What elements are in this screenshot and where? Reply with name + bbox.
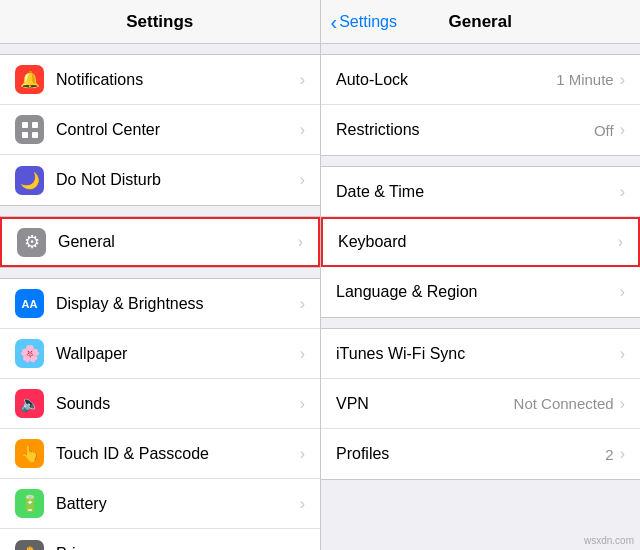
right-item-profiles[interactable]: Profiles 2 › [321,429,640,479]
right-item-keyboard[interactable]: Keyboard › [321,217,640,267]
spacer-right-3 [321,318,640,328]
touch-id-label: Touch ID & Passcode [56,445,300,463]
general-chevron-icon: › [298,233,303,251]
auto-lock-label: Auto-Lock [336,71,556,89]
spacer-right-2 [321,156,640,166]
watermark: wsxdn.com [584,535,634,546]
right-item-date-time[interactable]: Date & Time › [321,167,640,217]
profiles-label: Profiles [336,445,605,463]
sidebar-item-notifications[interactable]: 🔔 Notifications › [0,55,320,105]
vpn-chevron-icon: › [620,395,625,413]
keyboard-chevron-icon: › [618,233,623,251]
notifications-icon: 🔔 [15,65,44,94]
spacer-left-2 [0,206,320,216]
sidebar-item-wallpaper[interactable]: 🌸 Wallpaper › [0,329,320,379]
do-not-disturb-chevron-icon: › [300,171,305,189]
control-center-label: Control Center [56,121,300,139]
right-item-restrictions[interactable]: Restrictions Off › [321,105,640,155]
right-item-vpn[interactable]: VPN Not Connected › [321,379,640,429]
svg-rect-0 [22,122,28,128]
svg-rect-2 [22,132,28,138]
profiles-value: 2 [605,446,613,463]
touch-id-chevron-icon: › [300,445,305,463]
back-button[interactable]: ‹ Settings [331,12,397,32]
spacer-top-right [321,44,640,54]
svg-rect-3 [32,132,38,138]
sounds-icon: 🔈 [15,389,44,418]
right-group-1: Auto-Lock 1 Minute › Restrictions Off › [321,54,640,156]
keyboard-label: Keyboard [338,233,618,251]
right-item-auto-lock[interactable]: Auto-Lock 1 Minute › [321,55,640,105]
right-panel: Auto-Lock 1 Minute › Restrictions Off › … [321,44,640,550]
spacer-top-left [0,44,320,54]
sidebar-item-privacy[interactable]: 🤚 Privacy › [0,529,320,550]
nav-bar: Settings ‹ Settings General [0,0,640,44]
do-not-disturb-icon: 🌙 [15,166,44,195]
left-group-2: ⚙ General › [0,216,320,268]
auto-lock-value: 1 Minute [556,71,614,88]
wallpaper-label: Wallpaper [56,345,300,363]
svg-rect-1 [32,122,38,128]
privacy-icon: 🤚 [15,540,44,551]
right-nav-pane: ‹ Settings General [320,0,641,43]
left-group-1: 🔔 Notifications › Control Center › [0,54,320,206]
notifications-chevron-icon: › [300,71,305,89]
restrictions-label: Restrictions [336,121,594,139]
touch-id-icon: 👆 [15,439,44,468]
control-center-chevron-icon: › [300,121,305,139]
left-group-3: AA Display & Brightness › 🌸 Wallpaper › … [0,278,320,550]
right-item-language-region[interactable]: Language & Region › [321,267,640,317]
right-item-itunes-wifi-sync[interactable]: iTunes Wi-Fi Sync › [321,329,640,379]
auto-lock-chevron-icon: › [620,71,625,89]
privacy-label: Privacy [56,545,300,550]
control-center-icon [15,115,44,144]
back-chevron-icon: ‹ [331,12,338,32]
profiles-chevron-icon: › [620,445,625,463]
sidebar-item-sounds[interactable]: 🔈 Sounds › [0,379,320,429]
vpn-label: VPN [336,395,514,413]
language-region-chevron-icon: › [620,283,625,301]
sounds-chevron-icon: › [300,395,305,413]
sidebar-item-battery[interactable]: 🔋 Battery › [0,479,320,529]
privacy-chevron-icon: › [300,545,305,550]
display-brightness-chevron-icon: › [300,295,305,313]
left-nav-title: Settings [126,12,193,32]
right-group-2: Date & Time › Keyboard › Language & Regi… [321,166,640,318]
restrictions-value: Off [594,122,614,139]
language-region-label: Language & Region [336,283,620,301]
left-nav-pane: Settings [0,0,320,43]
do-not-disturb-label: Do Not Disturb [56,171,300,189]
general-label: General [58,233,298,251]
itunes-wifi-sync-chevron-icon: › [620,345,625,363]
general-icon: ⚙ [17,228,46,257]
battery-chevron-icon: › [300,495,305,513]
vpn-value: Not Connected [514,395,614,412]
wallpaper-chevron-icon: › [300,345,305,363]
display-brightness-label: Display & Brightness [56,295,300,313]
wallpaper-icon: 🌸 [15,339,44,368]
date-time-label: Date & Time [336,183,620,201]
left-panel: 🔔 Notifications › Control Center › [0,44,321,550]
battery-label: Battery [56,495,300,513]
itunes-wifi-sync-label: iTunes Wi-Fi Sync [336,345,620,363]
sounds-label: Sounds [56,395,300,413]
main-content: 🔔 Notifications › Control Center › [0,44,640,550]
restrictions-chevron-icon: › [620,121,625,139]
sidebar-item-control-center[interactable]: Control Center › [0,105,320,155]
sidebar-item-do-not-disturb[interactable]: 🌙 Do Not Disturb › [0,155,320,205]
date-time-chevron-icon: › [620,183,625,201]
sidebar-item-display-brightness[interactable]: AA Display & Brightness › [0,279,320,329]
sidebar-item-general[interactable]: ⚙ General › [0,217,320,267]
display-brightness-icon: AA [15,289,44,318]
battery-icon: 🔋 [15,489,44,518]
back-label: Settings [339,13,397,31]
right-group-3: iTunes Wi-Fi Sync › VPN Not Connected › … [321,328,640,480]
right-nav-title: General [449,12,512,32]
sidebar-item-touch-id-passcode[interactable]: 👆 Touch ID & Passcode › [0,429,320,479]
notifications-label: Notifications [56,71,300,89]
spacer-left-3 [0,268,320,278]
